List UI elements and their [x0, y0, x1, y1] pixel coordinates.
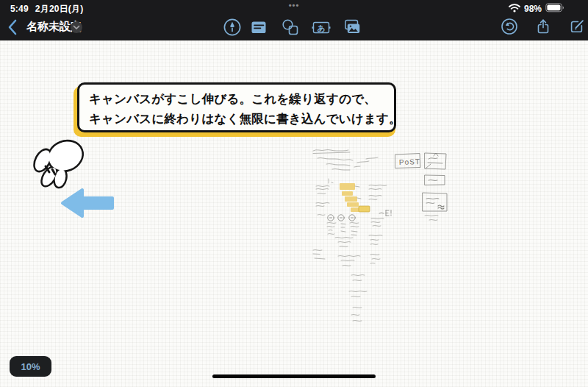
undo-icon	[501, 18, 518, 35]
status-bar: 5:492月20日(月) ••• 98%	[0, 0, 588, 15]
shapes-tool-button[interactable]	[280, 17, 301, 38]
new-board-button[interactable]	[568, 18, 586, 35]
battery-icon	[545, 2, 564, 15]
status-right: 98%	[509, 2, 564, 15]
chevron-left-icon	[10, 21, 15, 34]
arrow-left-object[interactable]	[60, 188, 115, 223]
back-button[interactable]	[4, 18, 21, 37]
media-tool-button[interactable]	[342, 17, 362, 38]
sticky-note-icon	[248, 17, 269, 38]
compose-icon	[568, 18, 586, 35]
multitask-indicator[interactable]: •••	[0, 1, 588, 10]
sticky-note-tool-button[interactable]	[248, 17, 269, 38]
callout-line1: キャンバスがすこし伸びる。これを繰り返すので、	[89, 89, 387, 109]
draw-tool-button[interactable]	[222, 17, 243, 38]
home-indicator[interactable]	[212, 374, 376, 378]
share-button[interactable]	[534, 18, 552, 35]
zoom-badge[interactable]: 10%	[10, 356, 51, 377]
arrow-left-icon	[60, 188, 115, 220]
sketch-cluster[interactable]: PoST	[309, 144, 456, 331]
header-bar: 5:492月20日(月) ••• 98%	[0, 0, 588, 40]
photos-icon	[342, 17, 362, 38]
share-icon	[534, 18, 552, 35]
svg-text:あ: あ	[318, 24, 326, 32]
post-box-label: PoST	[399, 157, 420, 166]
shapes-icon	[280, 17, 301, 38]
undo-button[interactable]	[501, 18, 518, 35]
wifi-icon	[509, 2, 520, 15]
title-menu-button[interactable]	[71, 21, 82, 33]
freeform-board: 5:492月20日(月) ••• 98%	[0, 0, 588, 387]
battery-percent: 98%	[524, 4, 542, 14]
text-box-icon: あ	[311, 17, 331, 38]
toolbar: 名称未設定	[0, 15, 588, 40]
pen-circle-icon	[222, 17, 243, 38]
callout-note[interactable]: キャンバスがすこし伸びる。これを繰り返すので、 キャンバスに終わりはなく無限に書…	[77, 82, 396, 132]
handwriting-scribbles	[313, 150, 438, 322]
callout-line2: キャンバスに終わりはなく無限に書き込んでいけます。	[89, 109, 387, 129]
highlight-marks	[340, 183, 370, 212]
chevron-down-icon	[73, 25, 80, 30]
hand-icon	[31, 134, 90, 196]
text-tool-button[interactable]: あ	[311, 17, 331, 38]
zoom-level-text: 10%	[21, 361, 40, 372]
